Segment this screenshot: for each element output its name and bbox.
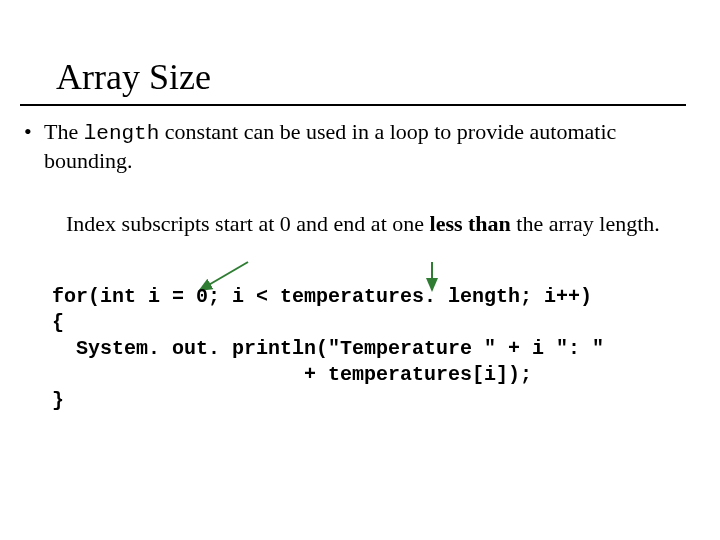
code-block: for(int i = 0; i < temperatures. length;… (52, 284, 692, 414)
note-text: Index subscripts start at 0 and end at o… (66, 210, 666, 238)
note-pre: Index subscripts start at 0 and end at o… (66, 211, 430, 236)
slide-title: Array Size (56, 56, 211, 98)
body-text: • The length constant can be used in a l… (24, 118, 684, 175)
inline-code-length: length (84, 122, 160, 145)
code-line-1b: temperatures. length; i++) (268, 285, 592, 308)
bullet-pre: The (44, 119, 84, 144)
slide: Array Size • The length constant can be … (0, 0, 720, 540)
code-line-3: System. out. println("Temperature " + i … (52, 337, 604, 360)
code-line-2: { (52, 311, 64, 334)
code-line-5: } (52, 389, 64, 412)
code-lt: < (256, 285, 268, 308)
title-underline (20, 104, 686, 106)
bullet-text: The length constant can be used in a loo… (44, 118, 684, 175)
note-emph: less than (430, 211, 511, 236)
code-line-1a: for(int i = 0; i (52, 285, 256, 308)
note-post: the array length. (511, 211, 660, 236)
bullet-dot: • (24, 118, 44, 146)
bullet-item: • The length constant can be used in a l… (24, 118, 684, 175)
code-line-4: + temperatures[i]); (52, 363, 532, 386)
